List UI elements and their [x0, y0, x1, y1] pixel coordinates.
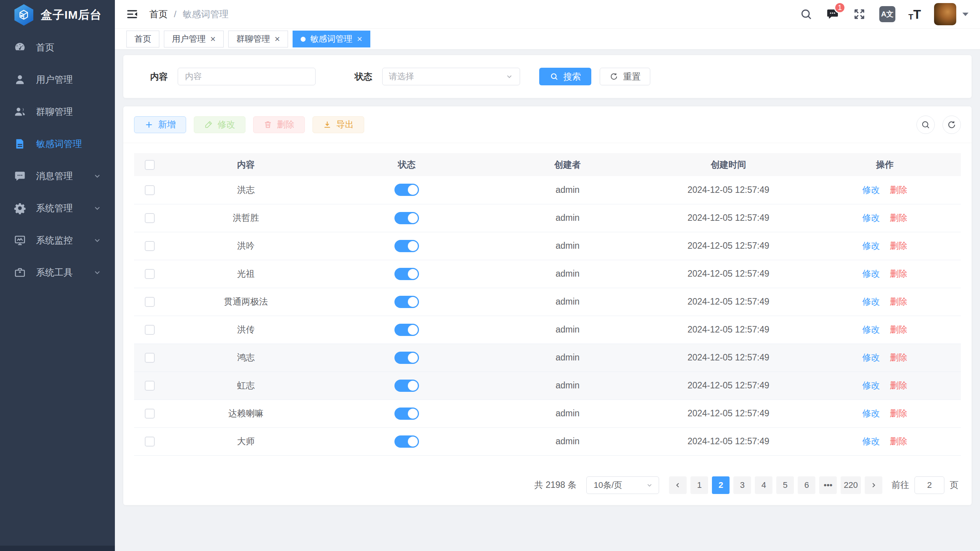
- status-toggle[interactable]: [394, 268, 419, 280]
- row-edit-link[interactable]: 修改: [862, 436, 880, 446]
- page-button-active[interactable]: 2: [712, 476, 730, 494]
- app-logo: 盒子IM后台: [0, 0, 115, 30]
- row-delete-link[interactable]: 删除: [890, 324, 908, 334]
- sidebar-fold-icon[interactable]: [126, 8, 139, 21]
- row-checkbox[interactable]: [145, 325, 155, 335]
- tab-sensitive-words[interactable]: 敏感词管理 ×: [293, 31, 370, 47]
- table-toolbar: 新增 修改 删除 导出: [123, 106, 972, 143]
- delete-button[interactable]: 删除: [253, 116, 305, 133]
- tab-group-management[interactable]: 群聊管理 ×: [228, 31, 288, 47]
- status-toggle[interactable]: [394, 296, 419, 308]
- sidebar-item-home[interactable]: 首页: [0, 31, 115, 64]
- page-size-select[interactable]: 10条/页: [586, 476, 659, 494]
- page-button[interactable]: 6: [798, 476, 815, 494]
- status-toggle[interactable]: [394, 184, 419, 196]
- language-icon[interactable]: A文: [879, 6, 895, 22]
- font-size-icon[interactable]: TT: [908, 8, 921, 21]
- row-delete-link[interactable]: 删除: [890, 297, 908, 306]
- sidebar-item-messages[interactable]: 消息管理: [0, 160, 115, 192]
- sidebar-item-groups[interactable]: 群聊管理: [0, 96, 115, 128]
- row-edit-link[interactable]: 修改: [862, 213, 880, 223]
- status-filter-select[interactable]: 请选择: [382, 68, 520, 85]
- row-delete-link[interactable]: 删除: [890, 436, 908, 446]
- tab-label: 首页: [134, 33, 151, 45]
- select-all-checkbox[interactable]: [145, 160, 155, 170]
- sidebar-item-system-tools[interactable]: 系统工具: [0, 256, 115, 289]
- message-notification-icon[interactable]: 1: [826, 7, 839, 21]
- fullscreen-icon[interactable]: [852, 7, 866, 21]
- reset-button[interactable]: 重置: [600, 68, 650, 85]
- next-page-button[interactable]: [865, 476, 882, 494]
- add-button[interactable]: 新增: [134, 116, 186, 133]
- search-button[interactable]: 搜索: [539, 68, 591, 85]
- page-button[interactable]: 5: [776, 476, 794, 494]
- close-icon[interactable]: ×: [275, 34, 280, 44]
- row-checkbox[interactable]: [145, 269, 155, 279]
- row-edit-link[interactable]: 修改: [862, 324, 880, 334]
- row-checkbox[interactable]: [145, 353, 155, 363]
- export-button[interactable]: 导出: [312, 116, 364, 133]
- sidebar-item-label: 系统管理: [36, 202, 73, 214]
- col-creator: 创建者: [487, 153, 648, 176]
- row-edit-link[interactable]: 修改: [862, 408, 880, 418]
- status-toggle[interactable]: [394, 240, 419, 252]
- page-button[interactable]: 1: [690, 476, 708, 494]
- active-dot: [301, 37, 306, 42]
- status-toggle[interactable]: [394, 324, 419, 336]
- status-toggle[interactable]: [394, 352, 419, 364]
- more-pages-button[interactable]: •••: [819, 476, 837, 494]
- row-edit-link[interactable]: 修改: [862, 380, 880, 390]
- tab-home[interactable]: 首页: [126, 31, 159, 47]
- row-checkbox[interactable]: [145, 437, 155, 447]
- sidebar-item-sensitive-words[interactable]: 敏感词管理: [0, 128, 115, 160]
- table-search-button[interactable]: [916, 116, 935, 134]
- prev-page-button[interactable]: [669, 476, 687, 494]
- close-icon[interactable]: ×: [210, 34, 216, 44]
- row-delete-link[interactable]: 删除: [890, 352, 908, 362]
- row-delete-link[interactable]: 删除: [890, 380, 908, 390]
- status-toggle[interactable]: [394, 380, 419, 392]
- content-filter-input[interactable]: [178, 68, 316, 85]
- row-delete-link[interactable]: 删除: [890, 213, 908, 223]
- document-icon: [14, 138, 26, 150]
- avatar[interactable]: [934, 3, 956, 25]
- cell-content: 贯通两极法: [165, 288, 326, 316]
- row-edit-link[interactable]: 修改: [862, 185, 880, 195]
- row-checkbox[interactable]: [145, 241, 155, 251]
- sidebar-collapse-bar[interactable]: [0, 546, 115, 551]
- sidebar-item-users[interactable]: 用户管理: [0, 64, 115, 96]
- goto-page-input[interactable]: [915, 476, 944, 494]
- breadcrumb-home[interactable]: 首页: [149, 8, 168, 20]
- status-toggle[interactable]: [394, 408, 419, 420]
- search-icon[interactable]: [800, 8, 813, 21]
- goto-suffix: 页: [950, 479, 959, 491]
- row-edit-link[interactable]: 修改: [862, 269, 880, 279]
- sidebar-item-system-admin[interactable]: 系统管理: [0, 192, 115, 224]
- row-edit-link[interactable]: 修改: [862, 352, 880, 362]
- refresh-icon: [609, 72, 618, 81]
- row-checkbox[interactable]: [145, 185, 155, 195]
- sidebar-item-system-monitor[interactable]: 系统监控: [0, 224, 115, 256]
- row-checkbox[interactable]: [145, 213, 155, 223]
- row-checkbox[interactable]: [145, 297, 155, 307]
- row-checkbox[interactable]: [145, 409, 155, 419]
- page-button[interactable]: 4: [755, 476, 772, 494]
- row-delete-link[interactable]: 删除: [890, 408, 908, 418]
- row-checkbox[interactable]: [145, 381, 155, 391]
- page-button[interactable]: 3: [733, 476, 751, 494]
- close-icon[interactable]: ×: [357, 34, 362, 44]
- row-delete-link[interactable]: 删除: [890, 241, 908, 251]
- user-menu[interactable]: [934, 3, 969, 25]
- row-delete-link[interactable]: 删除: [890, 185, 908, 195]
- edit-button[interactable]: 修改: [194, 116, 245, 133]
- row-delete-link[interactable]: 删除: [890, 269, 908, 279]
- page-button-last[interactable]: 220: [841, 476, 861, 494]
- cell-creator: admin: [487, 204, 648, 232]
- row-edit-link[interactable]: 修改: [862, 241, 880, 251]
- tab-user-management[interactable]: 用户管理 ×: [164, 31, 224, 47]
- cell-created: 2024-12-05 12:57:49: [648, 399, 809, 427]
- status-toggle[interactable]: [394, 212, 419, 224]
- row-edit-link[interactable]: 修改: [862, 297, 880, 306]
- status-toggle[interactable]: [394, 435, 419, 448]
- table-refresh-button[interactable]: [942, 116, 961, 134]
